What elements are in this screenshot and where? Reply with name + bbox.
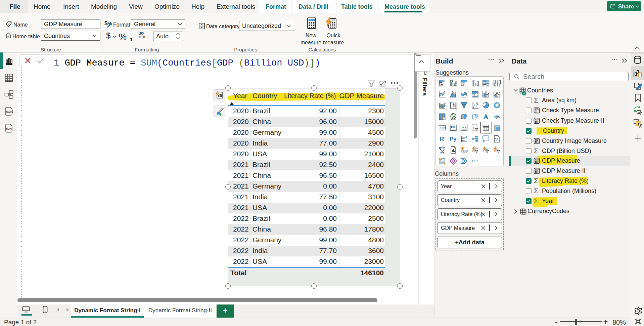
svg-text:TMDL: TMDL <box>6 128 13 131</box>
svg-text:R: R <box>440 135 444 142</box>
svg-text:Py: Py <box>450 136 457 142</box>
svg-text:.00: .00 <box>139 32 144 35</box>
svg-text:123: 123 <box>440 126 445 130</box>
svg-text:.0: .0 <box>142 35 145 39</box>
svg-text:DAX: DAX <box>6 111 12 114</box>
svg-text:123: 123 <box>463 149 468 153</box>
